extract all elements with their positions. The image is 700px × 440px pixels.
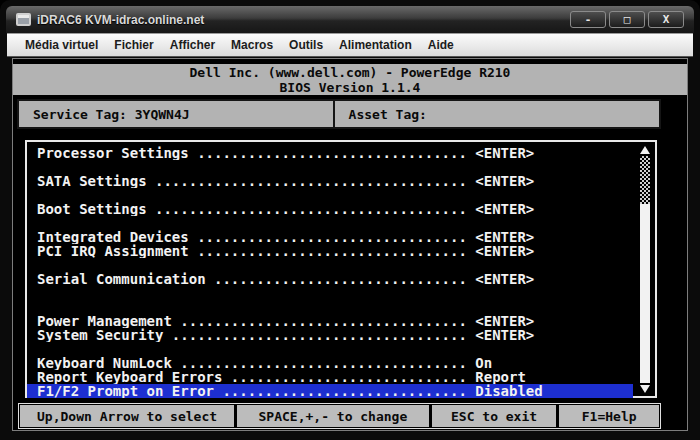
bios-setup-screen: Dell Inc. (www.dell.com) - PowerEdge R21… bbox=[12, 58, 688, 431]
asset-tag: Asset Tag: bbox=[335, 101, 659, 127]
app-window-icon bbox=[16, 13, 31, 26]
menu-row-boot-settings[interactable]: Boot Settings ..........................… bbox=[27, 202, 633, 216]
scrollbar[interactable] bbox=[639, 146, 651, 393]
settings-menu-rows: Processor Settings .....................… bbox=[27, 146, 633, 398]
status-segment-2: SPACE,+,- to change bbox=[237, 405, 429, 427]
kvm-viewer-window: iDRAC6 KVM-idrac.online.net - □ X Média … bbox=[0, 0, 700, 440]
menu-item-outils[interactable]: Outils bbox=[281, 35, 331, 55]
minimize-button[interactable]: - bbox=[570, 11, 606, 28]
menu-item-media-virtuel[interactable]: Média virtuel bbox=[17, 35, 106, 55]
menu-row-power-management[interactable]: Power Management .......................… bbox=[27, 314, 633, 328]
menu-item-afficher[interactable]: Afficher bbox=[162, 35, 223, 55]
close-button[interactable]: X bbox=[648, 11, 684, 28]
status-segment-1: Up,Down Arrow to select bbox=[20, 405, 234, 427]
menu-row-keyboard-numlock[interactable]: Keyboard NumLock .......................… bbox=[27, 356, 633, 370]
menu-row-system-security[interactable]: System Security ........................… bbox=[27, 328, 633, 342]
window-title: iDRAC6 KVM-idrac.online.net bbox=[37, 13, 570, 27]
settings-menu: Processor Settings .....................… bbox=[25, 140, 657, 398]
menu-row-serial-communication[interactable]: Serial Communication ...................… bbox=[27, 272, 633, 286]
tag-box: Service Tag: 3YQWN4J Asset Tag: bbox=[17, 99, 661, 129]
menu-row-processor-settings[interactable]: Processor Settings .....................… bbox=[27, 146, 633, 160]
menu-row-sata-settings[interactable]: SATA Settings ..........................… bbox=[27, 174, 633, 188]
scrollbar-track[interactable] bbox=[640, 156, 650, 204]
menu-row-pci-irq-assignment[interactable]: PCI IRQ Assignment .....................… bbox=[27, 244, 633, 258]
bios-title: Dell Inc. (www.dell.com) - PowerEdge R21… bbox=[13, 65, 687, 80]
scrollbar-thumb[interactable] bbox=[640, 204, 650, 383]
menu-item-alimentation[interactable]: Alimentation bbox=[331, 35, 420, 55]
menu-item-macros[interactable]: Macros bbox=[223, 35, 281, 55]
bios-version: BIOS Version 1.1.4 bbox=[13, 80, 687, 95]
scroll-up-icon[interactable] bbox=[640, 146, 650, 154]
menu-row-f1-f2-prompt-on-error[interactable]: F1/F2 Prompt on Error ..................… bbox=[27, 384, 633, 398]
menu-row-report-keyboard-errors[interactable]: Report Keyboard Errors .................… bbox=[27, 370, 633, 384]
scroll-down-icon[interactable] bbox=[640, 385, 650, 393]
menu-item-fichier[interactable]: Fichier bbox=[106, 35, 161, 55]
menu-row-integrated-devices[interactable]: Integrated Devices .....................… bbox=[27, 230, 633, 244]
menu-bar: Média virtuelFichierAfficherMacrosOutils… bbox=[7, 33, 693, 57]
status-segment-4: F1=Help bbox=[559, 405, 659, 427]
bios-header-band: Dell Inc. (www.dell.com) - PowerEdge R21… bbox=[13, 64, 687, 95]
menu-item-aide[interactable]: Aide bbox=[420, 35, 462, 55]
maximize-button[interactable]: □ bbox=[609, 11, 645, 28]
status-bar: Up,Down Arrow to selectSPACE,+,- to chan… bbox=[18, 403, 661, 429]
title-bar[interactable]: iDRAC6 KVM-idrac.online.net - □ X bbox=[6, 6, 694, 33]
service-tag: Service Tag: 3YQWN4J bbox=[19, 101, 333, 127]
status-segment-3: ESC to exit bbox=[432, 405, 557, 427]
window-controls: - □ X bbox=[570, 11, 684, 28]
